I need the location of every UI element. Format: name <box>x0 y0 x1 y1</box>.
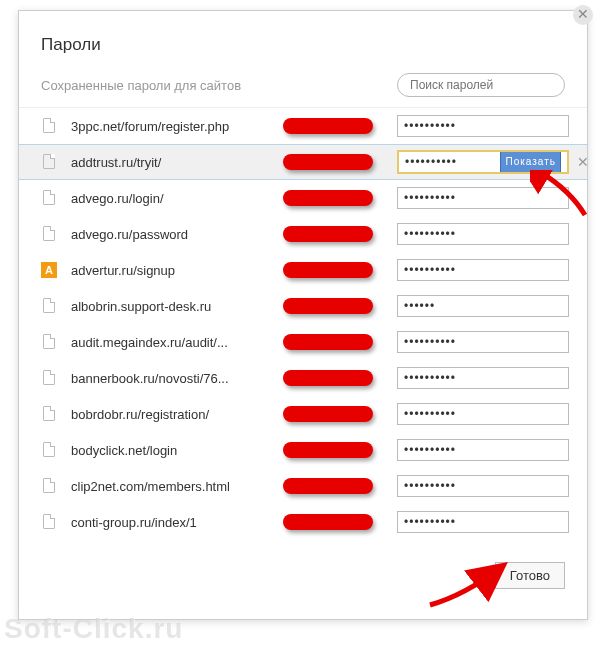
password-cell: ••••••••••Показать <box>397 150 569 174</box>
file-icon <box>41 190 57 206</box>
password-cell: •••••••••• <box>397 115 569 137</box>
password-row[interactable]: advego.ru/login/•••••••••• <box>19 180 587 216</box>
redaction-overlay <box>283 152 383 172</box>
password-dots: •••••••••• <box>404 371 456 385</box>
done-button[interactable]: Готово <box>495 562 565 589</box>
file-icon <box>41 370 57 386</box>
site-url: albobrin.support-desk.ru <box>71 299 283 314</box>
redaction-overlay <box>283 512 383 532</box>
password-row[interactable]: bodyclick.net/login•••••••••• <box>19 432 587 468</box>
password-row[interactable]: albobrin.support-desk.ru•••••• <box>19 288 587 324</box>
password-row[interactable]: advego.ru/password•••••••••• <box>19 216 587 252</box>
password-cell: •••••••••• <box>397 439 569 461</box>
redaction-overlay <box>283 332 383 352</box>
password-row[interactable]: addtrust.ru/tryit/••••••••••Показать✕ <box>19 144 587 180</box>
redaction-overlay <box>283 404 383 424</box>
site-url: 3ppc.net/forum/register.php <box>71 119 283 134</box>
redaction-overlay <box>283 224 383 244</box>
site-url: audit.megaindex.ru/audit/... <box>71 335 283 350</box>
file-icon <box>41 514 57 530</box>
password-box[interactable]: •••••••••• <box>397 223 569 245</box>
file-icon <box>41 334 57 350</box>
redaction-overlay <box>283 476 383 496</box>
password-dots: •••••••••• <box>404 443 456 457</box>
password-box[interactable]: •••••••••• <box>397 439 569 461</box>
file-icon <box>41 226 57 242</box>
password-box[interactable]: •••••• <box>397 295 569 317</box>
password-box[interactable]: •••••••••• <box>397 259 569 281</box>
redaction-overlay <box>283 116 383 136</box>
site-url: clip2net.com/members.html <box>71 479 283 494</box>
password-cell: •••••••••• <box>397 259 569 281</box>
site-url: bodyclick.net/login <box>71 443 283 458</box>
passwords-dialog: ✕ Пароли Сохраненные пароли для сайтов 3… <box>18 10 588 620</box>
file-icon <box>41 154 57 170</box>
dialog-close-button[interactable]: ✕ <box>573 5 593 25</box>
password-row[interactable]: conti-group.ru/index/1•••••••••• <box>19 504 587 540</box>
password-list: 3ppc.net/forum/register.php••••••••••add… <box>19 107 587 540</box>
show-password-button[interactable]: Показать <box>500 150 561 174</box>
password-dots: •••••••••• <box>404 407 456 421</box>
password-box[interactable]: •••••••••• <box>397 187 569 209</box>
password-cell: •••••••••• <box>397 331 569 353</box>
site-url: conti-group.ru/index/1 <box>71 515 283 530</box>
dialog-title: Пароли <box>19 11 587 73</box>
password-cell: •••••••••• <box>397 187 569 209</box>
password-box[interactable]: ••••••••••Показать <box>397 150 569 174</box>
password-row[interactable]: audit.megaindex.ru/audit/...•••••••••• <box>19 324 587 360</box>
site-url: advego.ru/password <box>71 227 283 242</box>
file-icon <box>41 442 57 458</box>
password-row[interactable]: bannerbook.ru/novosti/76...•••••••••• <box>19 360 587 396</box>
search-input[interactable] <box>397 73 565 97</box>
file-icon <box>41 298 57 314</box>
dialog-header-row: Сохраненные пароли для сайтов <box>19 73 587 107</box>
favicon-letter-icon: A <box>41 262 57 278</box>
password-cell: •••••••••• <box>397 511 569 533</box>
password-dots: •••••••••• <box>404 515 456 529</box>
password-cell: •••••• <box>397 295 569 317</box>
password-box[interactable]: •••••••••• <box>397 511 569 533</box>
watermark-text: Soft-Click.ru <box>4 613 183 645</box>
redaction-overlay <box>283 188 383 208</box>
redaction-overlay <box>283 260 383 280</box>
password-box[interactable]: •••••••••• <box>397 403 569 425</box>
password-dots: •••••••••• <box>404 335 456 349</box>
row-delete-button[interactable]: ✕ <box>577 154 589 170</box>
password-cell: •••••••••• <box>397 223 569 245</box>
file-icon <box>41 406 57 422</box>
password-row[interactable]: clip2net.com/members.html•••••••••• <box>19 468 587 504</box>
site-url: advertur.ru/signup <box>71 263 283 278</box>
password-cell: •••••••••• <box>397 403 569 425</box>
site-url: addtrust.ru/tryit/ <box>71 155 283 170</box>
saved-passwords-label: Сохраненные пароли для сайтов <box>41 78 397 93</box>
redaction-overlay <box>283 368 383 388</box>
file-icon <box>41 118 57 134</box>
site-url: bannerbook.ru/novosti/76... <box>71 371 283 386</box>
redaction-overlay <box>283 296 383 316</box>
password-dots: •••••••••• <box>404 191 456 205</box>
password-dots: •••••••••• <box>404 263 456 277</box>
dialog-footer: Готово <box>19 540 587 589</box>
password-dots: •••••••••• <box>404 227 456 241</box>
password-dots: •••••••••• <box>404 119 456 133</box>
password-box[interactable]: •••••••••• <box>397 367 569 389</box>
file-icon <box>41 478 57 494</box>
password-box[interactable]: •••••••••• <box>397 115 569 137</box>
password-row[interactable]: Aadvertur.ru/signup•••••••••• <box>19 252 587 288</box>
password-dots: •••••••••• <box>405 152 457 172</box>
password-cell: •••••••••• <box>397 367 569 389</box>
password-row[interactable]: bobrdobr.ru/registration/•••••••••• <box>19 396 587 432</box>
password-row[interactable]: 3ppc.net/forum/register.php•••••••••• <box>19 108 587 144</box>
password-cell: •••••••••• <box>397 475 569 497</box>
password-dots: •••••• <box>404 299 435 313</box>
password-box[interactable]: •••••••••• <box>397 475 569 497</box>
password-dots: •••••••••• <box>404 479 456 493</box>
redaction-overlay <box>283 440 383 460</box>
password-box[interactable]: •••••••••• <box>397 331 569 353</box>
site-url: advego.ru/login/ <box>71 191 283 206</box>
site-url: bobrdobr.ru/registration/ <box>71 407 283 422</box>
